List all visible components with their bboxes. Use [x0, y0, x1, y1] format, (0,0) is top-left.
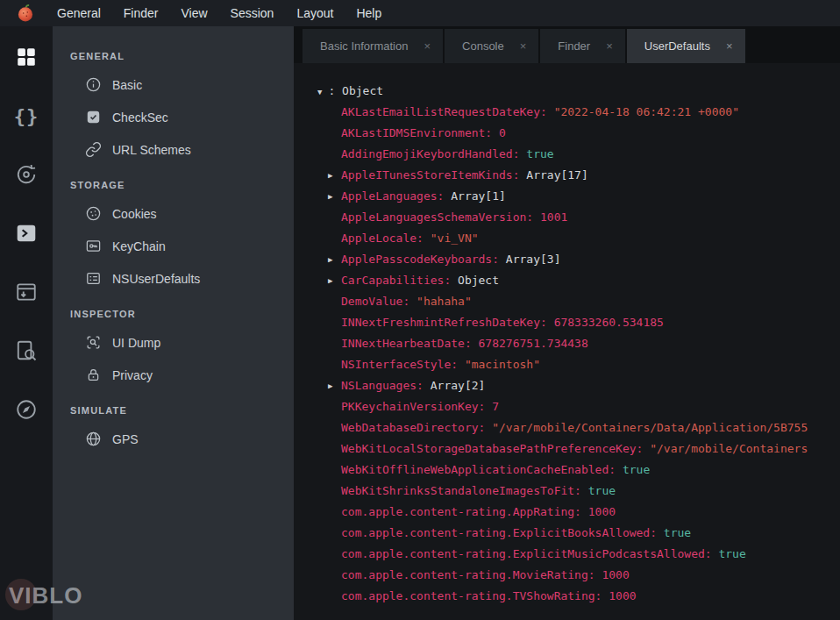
expand-arrow-icon[interactable]: ▶: [328, 270, 332, 291]
tree-value: 1000: [609, 589, 636, 602]
tree-value: 1001: [540, 210, 567, 224]
tree-row: com.apple.content-rating.TVShowRating: 1…: [317, 586, 840, 607]
sidebar-item-label: Cookies: [112, 207, 157, 221]
tree-row: WebKitShrinksStandaloneImagesToFit: true: [317, 481, 840, 502]
tree-key: WebKitShrinksStandaloneImagesToFit:: [341, 484, 581, 497]
tree-row: com.apple.content-rating.AppRating: 1000: [317, 502, 840, 523]
tree-row: WebKitOfflineWebApplicationCacheEnabled:…: [317, 460, 840, 481]
tree-value: "/var/mobile/Containers: [650, 442, 808, 455]
sidebar-item-label: CheckSec: [112, 110, 168, 125]
close-icon[interactable]: ×: [606, 40, 613, 52]
sidebar-item-nsuserdefaults[interactable]: NSUserDefaults: [53, 262, 294, 295]
sidebar: GENERAL Basic CheckSec URL Schem: [53, 26, 294, 620]
rail-item-simulate[interactable]: [9, 392, 44, 427]
braces-icon: {}: [14, 105, 39, 127]
tree-key: PKKeychainVersionKey:: [341, 400, 485, 413]
tab-finder[interactable]: Finder ×: [540, 29, 624, 63]
tree-key: AppleLanguagesSchemaVersion:: [341, 210, 533, 224]
expand-arrow-icon[interactable]: ▶: [328, 375, 332, 396]
sidebar-item-label: Privacy: [112, 368, 153, 382]
tree-root-row[interactable]: ▼: Object: [317, 81, 840, 102]
icon-rail: {}: [0, 26, 53, 620]
tree-key: com.apple.content-rating.ExplicitBooksAl…: [341, 526, 657, 539]
tree-key: com.apple.content-rating.MovieRating:: [341, 568, 595, 581]
rail-item-braces[interactable]: {}: [9, 98, 44, 133]
tree-key: AddingEmojiKeybordHandled:: [341, 147, 520, 160]
tree-value: Array[1]: [451, 189, 506, 203]
tab-userdefaults[interactable]: UserDefaults ×: [627, 29, 745, 63]
tree-row[interactable]: ▶NSLanguages: Array[2]: [317, 375, 840, 396]
menu-item-view[interactable]: View: [170, 0, 219, 26]
tree-row: DemoValue: "hahaha": [317, 291, 840, 312]
expand-arrow-icon[interactable]: ▶: [328, 249, 332, 270]
tree-root-label: : Object: [328, 84, 383, 97]
main-panel: Basic Information × Console × Finder × U…: [294, 26, 840, 620]
tree-value: "/var/mobile/Containers/Data/Application…: [492, 421, 808, 434]
rail-item-ui-inspect[interactable]: [9, 333, 44, 368]
menu-item-finder[interactable]: Finder: [112, 0, 170, 26]
sidebar-item-gps[interactable]: GPS: [53, 423, 294, 455]
tab-console[interactable]: Console ×: [445, 29, 538, 63]
tree-value: Array[3]: [506, 253, 561, 266]
menu-item-general[interactable]: General: [46, 0, 112, 26]
tree-value: "vi_VN": [431, 232, 479, 245]
tree-key: AKLastEmailListRequestDateKey:: [341, 105, 547, 118]
info-icon: [85, 76, 102, 93]
tree-row: WebKitLocalStorageDatabasePathPreference…: [317, 438, 840, 460]
expand-arrow-icon[interactable]: ▶: [328, 186, 332, 207]
section-title-inspector: INSPECTOR: [53, 295, 294, 326]
rail-item-console[interactable]: [9, 216, 44, 251]
terminal-icon: [15, 222, 38, 245]
tree-value: "2022-04-18 06:42:21 +0000": [554, 105, 739, 118]
close-icon[interactable]: ×: [520, 40, 527, 52]
sidebar-item-ui-dump[interactable]: UI Dump: [53, 326, 294, 359]
tree-value: true: [526, 147, 553, 160]
sidebar-item-basic[interactable]: Basic: [53, 68, 294, 101]
tree-key: com.apple.content-rating.TVShowRating:: [341, 589, 602, 602]
tree-key: INNextFreshmintRefreshDateKey:: [341, 316, 547, 329]
sidebar-item-cookies[interactable]: Cookies: [53, 197, 294, 230]
sidebar-item-privacy[interactable]: Privacy: [53, 359, 294, 391]
tree-key: com.apple.content-rating.AppRating:: [341, 505, 581, 518]
tree-row: NSInterfaceStyle: "macintosh": [317, 354, 840, 375]
tree-row[interactable]: ▶CarCapabilities: Object: [317, 270, 840, 291]
tree-row: AKLastIDMSEnvironment: 0: [317, 123, 840, 144]
close-icon[interactable]: ×: [726, 40, 733, 52]
inspect-device-icon: [15, 339, 38, 362]
sidebar-item-label: UI Dump: [112, 336, 160, 350]
collapse-arrow-icon[interactable]: ▼: [317, 88, 322, 96]
tree-row: com.apple.content-rating.ExplicitMusicPo…: [317, 544, 840, 565]
rail-item-dashboard[interactable]: [9, 39, 44, 75]
sidebar-item-url-schemes[interactable]: URL Schemes: [53, 133, 294, 166]
sidebar-item-label: URL Schemes: [112, 143, 191, 157]
passionfruit-logo-icon: [16, 4, 35, 23]
checksec-badge-icon: [85, 109, 102, 125]
sidebar-item-checksec[interactable]: CheckSec: [53, 101, 294, 133]
tree-row: AppleLanguagesSchemaVersion: 1001: [317, 207, 840, 228]
tab-bar: Basic Information × Console × Finder × U…: [294, 26, 840, 63]
tree-row: INNextFreshmintRefreshDateKey: 678333260…: [317, 312, 840, 333]
tree-value: "macintosh": [465, 358, 540, 371]
menu-item-help[interactable]: Help: [345, 0, 393, 26]
dashboard-grid-icon: [15, 46, 38, 68]
rail-item-modules[interactable]: [9, 274, 44, 310]
expand-arrow-icon[interactable]: ▶: [328, 165, 332, 186]
rail-item-hooks[interactable]: [9, 157, 44, 192]
tree-row[interactable]: ▶AppleLanguages: Array[1]: [317, 186, 840, 207]
tab-basic-information[interactable]: Basic Information ×: [303, 29, 443, 63]
tree-row[interactable]: ▶ApplePasscodeKeyboards: Array[3]: [317, 249, 840, 270]
section-title-storage: STORAGE: [53, 166, 294, 197]
tree-key: WebKitOfflineWebApplicationCacheEnabled:: [341, 463, 616, 476]
tree-key: DemoValue:: [341, 295, 409, 308]
tree-row: INNextHearbeatDate: 678276751.734438: [317, 333, 840, 354]
tree-key: ApplePasscodeKeyboards:: [341, 253, 499, 266]
json-tree: ▼: Object AKLastEmailListRequestDateKey:…: [294, 63, 840, 620]
cookie-icon: [85, 205, 102, 222]
menu-item-session[interactable]: Session: [219, 0, 286, 26]
sidebar-item-keychain[interactable]: KeyChain: [53, 230, 294, 262]
menu-item-layout[interactable]: Layout: [285, 0, 345, 26]
tree-row[interactable]: ▶AppleITunesStoreItemKinds: Array[17]: [317, 165, 840, 186]
tab-label: Console: [462, 39, 504, 53]
close-icon[interactable]: ×: [424, 40, 431, 52]
section-title-general: GENERAL: [53, 37, 294, 68]
